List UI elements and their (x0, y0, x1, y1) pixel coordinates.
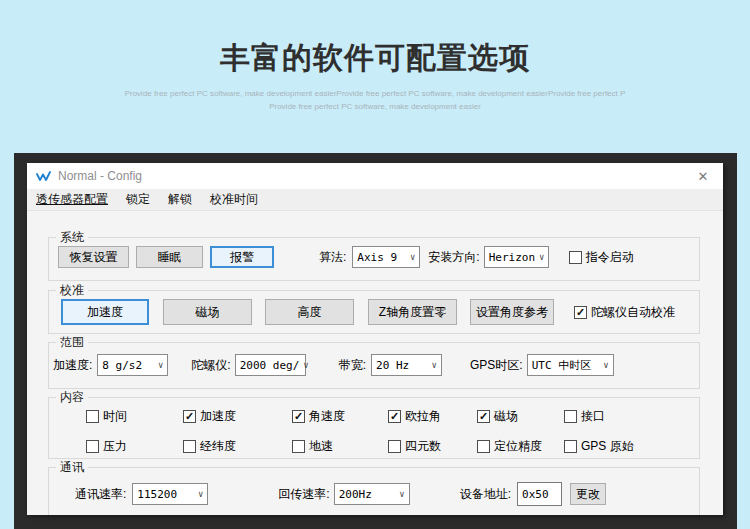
group-calibration-legend: 校准 (56, 283, 88, 297)
chevron-down-icon: ∨ (303, 360, 308, 370)
menubar: 透传感器配置 锁定 解锁 校准时间 (27, 189, 723, 211)
change-address-button[interactable]: 更改 (570, 483, 606, 505)
content-gps-raw-label: GPS 原始 (581, 438, 634, 455)
group-system-legend: 系统 (56, 230, 88, 244)
cmd-start-checkbox[interactable]: 指令启动 (569, 249, 634, 266)
chevron-down-icon: ∨ (432, 360, 437, 370)
group-communication-legend: 通讯 (56, 460, 88, 474)
checkbox-icon[interactable] (86, 440, 99, 453)
chevron-down-icon: ∨ (603, 360, 608, 370)
alarm-button[interactable]: 报警 (210, 246, 274, 268)
content-quaternion-checkbox[interactable]: 四元数 (388, 438, 477, 455)
content-acceleration-checkbox[interactable]: 加速度 (183, 408, 292, 425)
content-magnetic-checkbox[interactable]: 磁场 (477, 408, 564, 425)
checkbox-icon[interactable] (477, 410, 490, 423)
calibrate-magnetic-button[interactable]: 磁场 (163, 299, 252, 325)
content-pressure-label: 压力 (103, 438, 127, 455)
group-content: 内容 时间 加速度 角速度 (48, 397, 700, 459)
content-port-checkbox[interactable]: 接口 (564, 408, 699, 425)
install-direction-select[interactable]: Herizon ∨ (484, 246, 549, 268)
sleep-button[interactable]: 睡眠 (136, 246, 203, 268)
content-port-label: 接口 (581, 408, 605, 425)
device-address-label: 设备地址: (460, 486, 511, 503)
checkbox-icon[interactable] (477, 440, 490, 453)
content-latlon-checkbox[interactable]: 经纬度 (183, 438, 292, 455)
bandwidth-select[interactable]: 20 Hz ∨ (371, 354, 442, 376)
checkbox-icon[interactable] (292, 440, 305, 453)
content-quaternion-label: 四元数 (405, 438, 441, 455)
device-address-input[interactable] (517, 482, 562, 506)
group-calibration: 校准 加速度 磁场 高度 Z轴角度置零 设置角度参考 陀螺仪自动校准 (48, 290, 700, 334)
screenshot-frame: Normal - Config ✕ 透传感器配置 锁定 解锁 校准时间 系统 恢… (14, 153, 737, 529)
checkbox-icon[interactable] (564, 410, 577, 423)
content-position-accuracy-label: 定位精度 (494, 438, 542, 455)
algorithm-label: 算法: (319, 249, 346, 266)
gyro-auto-calibration-checkbox[interactable]: 陀螺仪自动校准 (574, 304, 675, 321)
content-euler-angle-checkbox[interactable]: 欧拉角 (388, 408, 477, 425)
app-logo-icon (36, 171, 52, 182)
calibrate-height-button[interactable]: 高度 (265, 299, 354, 325)
group-content-legend: 内容 (56, 390, 88, 404)
window-title: Normal - Config (58, 169, 142, 183)
checkbox-icon[interactable] (183, 410, 196, 423)
content-time-checkbox[interactable]: 时间 (86, 408, 183, 425)
group-range: 范围 加速度: 8 g/s2 ∨ 陀螺仪: 2000 deg/ ∨ 带宽: 20… (48, 342, 700, 389)
gyro-auto-calibration-label: 陀螺仪自动校准 (591, 304, 675, 321)
checkbox-icon[interactable] (574, 306, 587, 319)
hero-subtitle-line2: Provide free perfect PC software, make d… (0, 102, 750, 111)
return-rate-select[interactable]: 200Hz ∨ (334, 483, 410, 505)
install-direction-value: Herizon (489, 251, 535, 264)
content-gps-raw-checkbox[interactable]: GPS 原始 (564, 438, 699, 455)
range-gyro-label: 陀螺仪: (191, 357, 230, 374)
checkbox-icon[interactable] (292, 410, 305, 423)
calibrate-acceleration-button[interactable]: 加速度 (61, 299, 149, 325)
menu-item-calibrate-time[interactable]: 校准时间 (201, 191, 267, 208)
content-angular-velocity-checkbox[interactable]: 角速度 (292, 408, 388, 425)
menu-item-sensor-config[interactable]: 透传感器配置 (27, 191, 117, 208)
chevron-down-icon: ∨ (539, 252, 544, 262)
baud-rate-value: 115200 (137, 488, 177, 501)
gps-timezone-select[interactable]: UTC 中时区 ∨ (527, 354, 614, 376)
content-latlon-label: 经纬度 (200, 438, 236, 455)
checkbox-icon[interactable] (569, 251, 582, 264)
config-window: Normal - Config ✕ 透传感器配置 锁定 解锁 校准时间 系统 恢… (27, 163, 723, 515)
checkbox-icon[interactable] (388, 410, 401, 423)
bandwidth-value: 20 Hz (376, 359, 409, 372)
content-position-accuracy-checkbox[interactable]: 定位精度 (477, 438, 564, 455)
close-icon[interactable]: ✕ (695, 169, 711, 184)
bandwidth-label: 带宽: (339, 357, 366, 374)
menu-item-lock[interactable]: 锁定 (117, 191, 159, 208)
algorithm-value: Axis 9 (357, 251, 397, 264)
checkbox-icon[interactable] (86, 410, 99, 423)
content-pressure-checkbox[interactable]: 压力 (86, 438, 183, 455)
group-range-legend: 范围 (56, 335, 88, 349)
group-communication: 通讯 通讯速率: 115200 ∨ 回传速率: 200Hz ∨ 设备地址: 更改 (48, 467, 700, 515)
install-direction-label: 安装方向: (428, 249, 479, 266)
range-acceleration-value: 8 g/s2 (102, 359, 142, 372)
return-rate-value: 200Hz (339, 488, 372, 501)
range-gyro-value: 2000 deg/ (240, 359, 300, 372)
content-ground-speed-checkbox[interactable]: 地速 (292, 438, 388, 455)
group-system: 系统 恢复设置 睡眠 报警 算法: Axis 9 ∨ 安装方向: Herizon… (48, 237, 700, 281)
checkbox-icon[interactable] (183, 440, 196, 453)
hero-subtitle-line1: Provide free perfect PC software, make d… (0, 89, 750, 98)
gps-timezone-label: GPS时区: (470, 357, 523, 374)
gps-timezone-value: UTC 中时区 (532, 358, 592, 373)
chevron-down-icon: ∨ (158, 360, 163, 370)
checkbox-icon[interactable] (564, 440, 577, 453)
chevron-down-icon: ∨ (198, 489, 203, 499)
menu-item-unlock[interactable]: 解锁 (159, 191, 201, 208)
baud-rate-label: 通讯速率: (75, 486, 126, 503)
algorithm-select[interactable]: Axis 9 ∨ (352, 246, 420, 268)
chevron-down-icon: ∨ (399, 489, 404, 499)
content-ground-speed-label: 地速 (309, 438, 333, 455)
checkbox-icon[interactable] (388, 440, 401, 453)
baud-rate-select[interactable]: 115200 ∨ (132, 483, 208, 505)
restore-settings-button[interactable]: 恢复设置 (58, 246, 129, 268)
range-acceleration-select[interactable]: 8 g/s2 ∨ (97, 354, 168, 376)
content-angular-velocity-label: 角速度 (309, 408, 345, 425)
angle-reference-button[interactable]: 设置角度参考 (470, 299, 554, 325)
zaxis-zero-button[interactable]: Z轴角度置零 (368, 299, 457, 325)
range-gyro-select[interactable]: 2000 deg/ ∨ (235, 354, 306, 376)
chevron-down-icon: ∨ (410, 252, 415, 262)
